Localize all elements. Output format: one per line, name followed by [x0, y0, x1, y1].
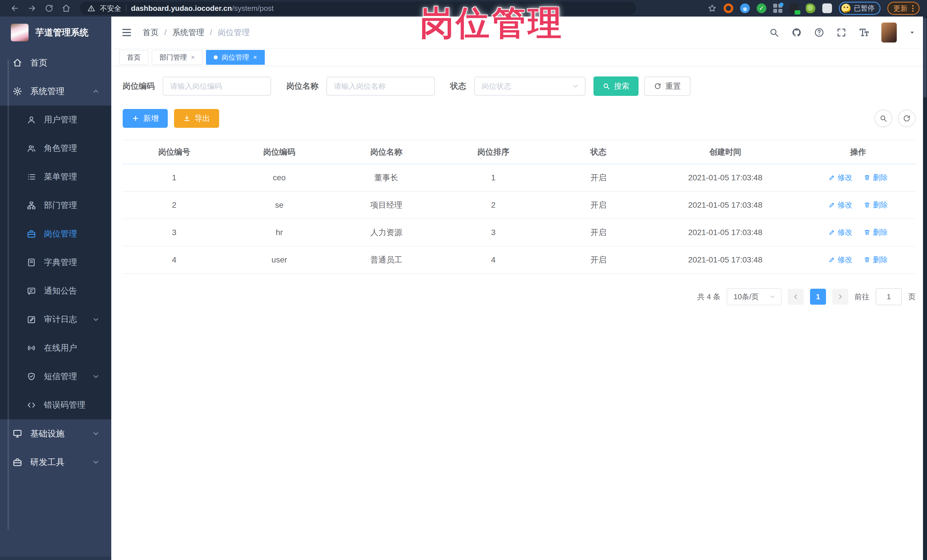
sidebar-item-dept-management[interactable]: 部门管理 [0, 191, 111, 220]
browser-reload-button[interactable] [42, 2, 56, 15]
app-title: 芋道管理系统 [35, 27, 88, 38]
extension-blue-icon[interactable] [740, 3, 750, 13]
chevron-down-icon [769, 293, 776, 300]
cell-post-name: 董事长 [333, 164, 440, 191]
delete-link[interactable]: 删除 [864, 255, 887, 265]
fullscreen-icon[interactable] [836, 27, 846, 38]
tab-dept-management[interactable]: 部门管理 × [152, 50, 202, 65]
sidebar-item-dict-management[interactable]: 字典管理 [0, 248, 111, 277]
sidebar-item-label: 研发工具 [30, 457, 64, 468]
pagination-total: 共 4 条 [697, 292, 720, 302]
back-icon [10, 4, 20, 13]
edit-link-label: 修改 [838, 200, 853, 210]
sidebar-item-error-code[interactable]: 错误码管理 [0, 391, 111, 419]
security-label: 不安全 [100, 4, 121, 13]
chevron-down-icon [92, 458, 100, 466]
extension-check-icon[interactable]: ✓ [757, 3, 766, 13]
sidebar-item-notice[interactable]: 通知公告 [0, 277, 111, 305]
security-warning-icon [87, 4, 95, 12]
sidebar-item-post-management[interactable]: 岗位管理 [0, 220, 111, 248]
sidebar-item-label: 字典管理 [44, 257, 77, 268]
user-icon [27, 115, 36, 124]
browser-back-button[interactable] [8, 2, 22, 15]
browser-profile-chip[interactable]: 已暂停 [839, 2, 880, 15]
help-icon[interactable] [814, 27, 824, 38]
sidebar-item-sms-management[interactable]: 短信管理 [0, 362, 111, 391]
extension-screenshot-icon[interactable] [789, 3, 799, 13]
tab-close-icon[interactable]: × [191, 54, 195, 61]
goto-page-input[interactable] [875, 288, 902, 305]
sidebar-item-audit-log[interactable]: 审计日志 [0, 305, 111, 334]
sidebar: 芋道管理系统 首页 系统管理 用户管理 角色管理 [0, 17, 111, 560]
breadcrumb-home[interactable]: 首页 [143, 27, 159, 38]
sidebar-item-role-management[interactable]: 角色管理 [0, 134, 111, 162]
search-icon [879, 114, 887, 122]
app-logo[interactable]: 芋道管理系统 [0, 17, 111, 49]
post-name-input[interactable] [327, 77, 435, 96]
cell-post-name: 人力资源 [333, 219, 440, 246]
add-button[interactable]: 新增 [123, 109, 168, 128]
search-icon[interactable] [769, 27, 779, 38]
post-name-label: 岗位名称 [286, 81, 318, 91]
reset-button[interactable]: 重置 [644, 76, 690, 96]
browser-forward-button[interactable] [24, 2, 40, 15]
watermark-title: 岗位管理 [420, 1, 564, 46]
bookmark-star-icon[interactable] [708, 4, 717, 13]
breadcrumb-system[interactable]: 系统管理 [172, 27, 204, 38]
chevron-down-icon [92, 373, 100, 381]
status-select[interactable]: 岗位状态 [474, 77, 585, 96]
column-header: 岗位排序 [440, 140, 547, 164]
caret-down-icon[interactable] [909, 29, 916, 36]
edit-link[interactable]: 修改 [828, 255, 853, 265]
delete-link[interactable]: 删除 [864, 200, 887, 210]
browser-update-button[interactable]: 更新 [887, 2, 919, 15]
cell-actions: 修改 删除 [801, 219, 916, 246]
table-row: 2 se 项目经理 2 开启 2021-01-05 17:03:48 修改 删除 [123, 191, 916, 219]
extension-orange-icon[interactable] [723, 3, 733, 13]
page-size-select[interactable]: 10条/页 [727, 288, 781, 305]
table-header-row: 岗位编号 岗位编码 岗位名称 岗位排序 状态 创建时间 操作 [123, 140, 916, 164]
sidebar-item-online-users[interactable]: 在线用户 [0, 334, 111, 362]
current-page-button[interactable]: 1 [810, 289, 826, 305]
tab-home[interactable]: 首页 [119, 50, 148, 65]
extension-sprout-icon[interactable] [806, 3, 815, 13]
post-code-input[interactable] [163, 77, 271, 96]
window-scrollbar[interactable] [923, 17, 927, 560]
extension-puzzle-icon[interactable] [822, 3, 832, 13]
edit-link[interactable]: 修改 [828, 228, 853, 237]
prev-page-button[interactable] [788, 289, 804, 305]
refresh-table-button[interactable] [898, 109, 916, 127]
export-button[interactable]: 导出 [174, 109, 219, 128]
sidebar-item-user-management[interactable]: 用户管理 [0, 106, 111, 134]
edit-link[interactable]: 修改 [828, 200, 853, 210]
sidebar-collapse-button[interactable] [121, 27, 132, 38]
next-page-button[interactable] [832, 289, 848, 305]
sidebar-item-menu-management[interactable]: 菜单管理 [0, 162, 111, 191]
sidebar-item-dev-tools[interactable]: 研发工具 [0, 448, 111, 477]
sidebar-item-home[interactable]: 首页 [0, 49, 111, 77]
trash-icon [864, 202, 871, 208]
edit-link[interactable]: 修改 [828, 173, 853, 182]
github-icon[interactable] [791, 27, 802, 38]
extension-grid-icon[interactable] [773, 4, 782, 13]
cell-actions: 修改 删除 [801, 191, 916, 219]
delete-link[interactable]: 删除 [864, 173, 887, 182]
sidebar-item-infrastructure[interactable]: 基础设施 [0, 419, 111, 448]
browser-home-button[interactable] [59, 2, 74, 15]
browser-menu-icon[interactable] [912, 5, 913, 12]
delete-link-label: 删除 [873, 200, 887, 210]
delete-link[interactable]: 删除 [864, 228, 887, 237]
main-area: 首页 / 系统管理 / 岗位管理 [111, 17, 927, 560]
cell-post-code: ceo [226, 164, 333, 191]
toggle-search-button[interactable] [874, 109, 892, 127]
search-button[interactable]: 搜索 [593, 76, 638, 96]
user-avatar[interactable] [881, 23, 897, 42]
sidebar-item-system[interactable]: 系统管理 [0, 77, 111, 106]
tab-post-management[interactable]: 岗位管理 × [206, 50, 265, 65]
tab-close-icon[interactable]: × [253, 54, 257, 61]
cell-post-sort: 1 [440, 164, 547, 191]
sidebar-scrollbar[interactable] [8, 59, 9, 530]
font-size-icon[interactable] [859, 27, 869, 38]
pagination: 共 4 条 10条/页 1 前往 页 [123, 288, 916, 305]
menu-list-icon [27, 172, 36, 181]
